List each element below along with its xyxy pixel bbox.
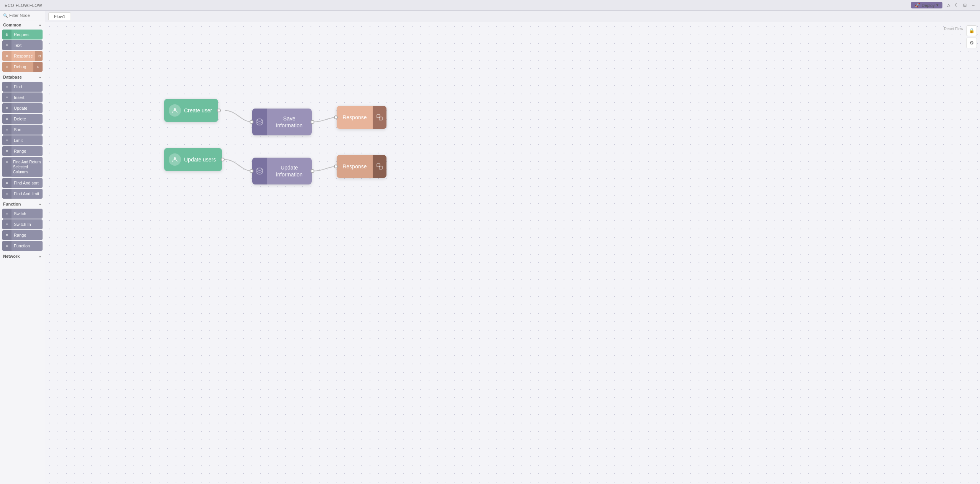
deploy-button[interactable]: 🚀 Deploy ▾ bbox=[911, 2, 942, 8]
titlebar: ECO-FLOW:FLOW 🚀 Deploy ▾ △ ☾ ⊞ → bbox=[0, 0, 980, 11]
handle-left bbox=[250, 120, 253, 124]
svg-point-1 bbox=[257, 119, 262, 121]
node-icon: ≡ bbox=[2, 125, 12, 135]
svg-point-5 bbox=[257, 168, 262, 170]
node-response[interactable]: ≡ Response ⊡ bbox=[2, 51, 43, 61]
node-request[interactable]: ⊕ Request bbox=[2, 30, 43, 40]
flow-node-update-users[interactable]: Update users bbox=[164, 148, 222, 171]
flow-node-purple-inner: Updateinformation bbox=[252, 158, 312, 184]
settings-button[interactable]: ⚙ bbox=[966, 38, 977, 48]
handle-right bbox=[311, 169, 314, 173]
search-input[interactable] bbox=[9, 13, 45, 18]
node-find[interactable]: ≡ Find bbox=[2, 82, 43, 92]
chevron-up-icon: ▲ bbox=[38, 23, 42, 27]
node-icon: ⊕ bbox=[2, 30, 12, 40]
node-icon: ≡ bbox=[2, 241, 12, 251]
node-debug-icon: ⊙ bbox=[33, 62, 43, 72]
rocket-icon: 🚀 bbox=[915, 3, 920, 8]
flow-node-green-inner: Create user bbox=[164, 99, 218, 122]
node-right-icon: ⊡ bbox=[35, 51, 43, 61]
canvas[interactable]: Create user Saveinformation bbox=[45, 22, 980, 484]
section-database[interactable]: Database ▲ bbox=[0, 72, 45, 81]
handle-right bbox=[217, 109, 221, 112]
node-range-fn[interactable]: ≡ Range bbox=[2, 230, 43, 240]
flow-node-response-1[interactable]: Response bbox=[337, 106, 386, 129]
sidebar: 🔍 Common ▲ ⊕ Request ≡ Text ≡ Response ⊡… bbox=[0, 11, 45, 484]
chevron-up-icon: ▲ bbox=[38, 75, 42, 79]
app-layout: 🔍 Common ▲ ⊕ Request ≡ Text ≡ Response ⊡… bbox=[0, 11, 980, 484]
node-icon: ≡ bbox=[2, 103, 12, 113]
chevron-up-icon: ▲ bbox=[38, 202, 42, 206]
flow-node-update-info[interactable]: Updateinformation bbox=[252, 158, 312, 184]
tab-flow1[interactable]: Flow1 bbox=[48, 12, 71, 20]
chevron-up-icon: ▲ bbox=[38, 254, 42, 258]
node-delete[interactable]: ≡ Delete bbox=[2, 114, 43, 124]
canvas-area: Flow1 bbox=[45, 11, 980, 484]
flow-node-label: Response bbox=[337, 155, 373, 178]
section-network[interactable]: Network ▲ bbox=[0, 252, 45, 260]
app-title: ECO-FLOW:FLOW bbox=[5, 3, 42, 8]
node-sort[interactable]: ≡ Sort bbox=[2, 125, 43, 135]
canvas-toolbar: 🔒 ⚙ bbox=[966, 25, 977, 48]
flow-node-label: Response bbox=[337, 106, 373, 129]
node-find-limit[interactable]: ≡ Find And limit bbox=[2, 189, 43, 199]
flow-node-label: Updateinformation bbox=[267, 158, 312, 184]
node-function[interactable]: ≡ Function bbox=[2, 241, 43, 251]
handle-right bbox=[221, 158, 225, 161]
node-icon: ≡ bbox=[2, 51, 12, 61]
node-icon: ≡ bbox=[2, 82, 12, 92]
node-icon: ≡ bbox=[2, 40, 12, 50]
db-icon bbox=[252, 158, 267, 184]
node-icon: ≡ bbox=[2, 189, 12, 199]
node-update[interactable]: ≡ Update bbox=[2, 103, 43, 113]
node-icon: ≡ bbox=[2, 135, 12, 145]
flow-node-purple-inner: Saveinformation bbox=[252, 109, 312, 135]
section-function[interactable]: Function ▲ bbox=[0, 199, 45, 208]
section-common[interactable]: Common ▲ bbox=[0, 20, 45, 29]
handle-left bbox=[334, 165, 338, 168]
node-switch-in[interactable]: ≡ Switch In bbox=[2, 219, 43, 229]
flow-node-save-info[interactable]: Saveinformation bbox=[252, 109, 312, 135]
svg-point-0 bbox=[174, 108, 176, 110]
node-icon: ≡ bbox=[2, 62, 12, 72]
flow-node-label: Create user bbox=[184, 107, 212, 114]
svg-point-4 bbox=[174, 157, 176, 160]
tab-bar: Flow1 bbox=[45, 11, 980, 22]
node-icon: ≡ bbox=[2, 158, 12, 176]
flow-node-peach-inner: Response bbox=[337, 106, 386, 129]
response-icon bbox=[373, 106, 386, 129]
node-find-return-selected[interactable]: ≡ Find And Return Selected Columns bbox=[2, 157, 43, 177]
flow-node-peach-inner: Response bbox=[337, 155, 386, 178]
db-icon bbox=[252, 109, 267, 135]
node-icon-circle bbox=[169, 153, 181, 166]
node-icon: ≡ bbox=[2, 209, 12, 219]
node-icon: ≡ bbox=[2, 146, 12, 156]
flow-edges bbox=[45, 22, 980, 484]
search-icon: 🔍 bbox=[3, 13, 8, 18]
handle-left bbox=[250, 169, 253, 173]
response-icon bbox=[373, 155, 386, 178]
node-limit[interactable]: ≡ Limit bbox=[2, 135, 43, 145]
node-insert[interactable]: ≡ Insert bbox=[2, 92, 43, 102]
node-icon: ≡ bbox=[2, 114, 12, 124]
grid-icon[interactable]: ⊞ bbox=[963, 3, 967, 8]
node-find-sort[interactable]: ≡ Find And sort bbox=[2, 178, 43, 188]
node-range[interactable]: ≡ Range bbox=[2, 146, 43, 156]
node-text[interactable]: ≡ Text bbox=[2, 40, 43, 50]
flow-node-create-user[interactable]: Create user bbox=[164, 99, 218, 122]
titlebar-actions: 🚀 Deploy ▾ △ ☾ ⊞ → bbox=[911, 2, 975, 8]
flow-node-label: Saveinformation bbox=[267, 109, 312, 135]
flow-node-label: Update users bbox=[184, 156, 216, 163]
theme-icon[interactable]: ☾ bbox=[955, 3, 959, 8]
react-flow-label: React Flow bbox=[944, 27, 963, 31]
node-debug[interactable]: ≡ Debug ⊙ bbox=[2, 62, 43, 72]
lock-button[interactable]: 🔒 bbox=[966, 25, 977, 36]
export-icon[interactable]: → bbox=[971, 3, 975, 8]
github-icon[interactable]: △ bbox=[947, 3, 950, 8]
search-bar: 🔍 bbox=[0, 11, 45, 20]
node-icon: ≡ bbox=[2, 178, 12, 188]
handle-right bbox=[311, 120, 314, 124]
node-switch[interactable]: ≡ Switch bbox=[2, 209, 43, 219]
flow-node-response-2[interactable]: Response bbox=[337, 155, 386, 178]
flow-node-green-inner: Update users bbox=[164, 148, 222, 171]
